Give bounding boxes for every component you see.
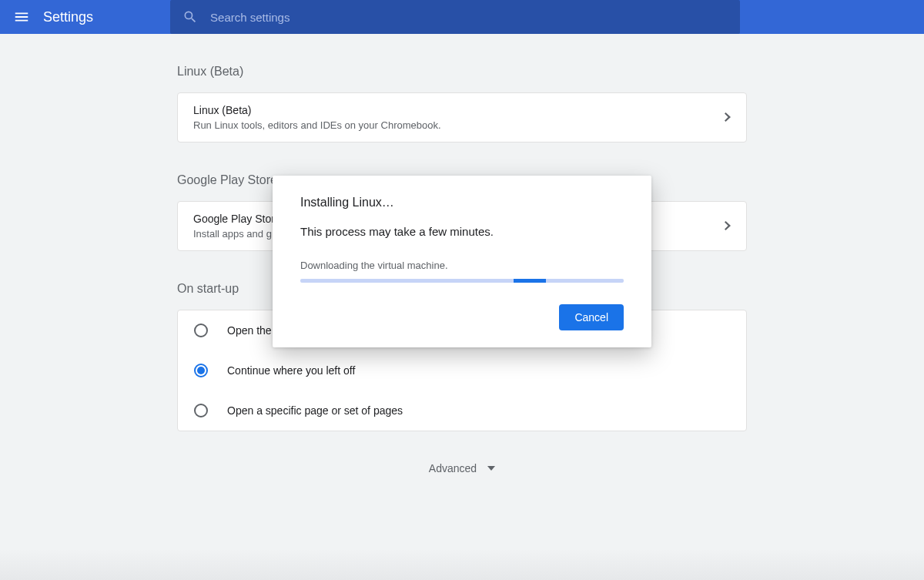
- radio-icon: [193, 363, 209, 378]
- playstore-row-subtitle: Install apps and g: [193, 228, 281, 240]
- app-header: Settings: [0, 0, 924, 34]
- search-bar[interactable]: [170, 0, 740, 34]
- radio-icon: [193, 403, 209, 418]
- section-heading-linux: Linux (Beta): [177, 65, 747, 79]
- install-linux-dialog: Installing Linux… This process may take …: [273, 176, 651, 347]
- linux-row-subtitle: Run Linux tools, editors and IDEs on you…: [193, 119, 441, 131]
- startup-option-label: Open a specific page or set of pages: [227, 404, 403, 417]
- playstore-row-title: Google Play Store: [193, 213, 281, 225]
- search-input[interactable]: [210, 11, 740, 24]
- startup-option-1[interactable]: Continue where you left off: [178, 350, 746, 391]
- dialog-status: Downloading the virtual machine.: [300, 260, 624, 271]
- search-icon: [182, 9, 198, 25]
- startup-option-label: Continue where you left off: [227, 364, 355, 377]
- app-title: Settings: [43, 9, 93, 25]
- linux-row-title: Linux (Beta): [193, 104, 441, 116]
- chevron-down-icon: [487, 466, 495, 471]
- dialog-actions: Cancel: [300, 304, 624, 330]
- linux-row-text: Linux (Beta) Run Linux tools, editors an…: [193, 104, 441, 131]
- advanced-label: Advanced: [429, 462, 477, 474]
- playstore-row-text: Google Play Store Install apps and g: [193, 213, 281, 240]
- dialog-message: This process may take a few minutes.: [300, 225, 624, 238]
- linux-row[interactable]: Linux (Beta) Run Linux tools, editors an…: [178, 93, 746, 142]
- linux-card: Linux (Beta) Run Linux tools, editors an…: [177, 92, 747, 142]
- chevron-right-icon: [725, 220, 731, 233]
- radio-icon: [193, 323, 209, 338]
- dialog-title: Installing Linux…: [300, 196, 624, 210]
- startup-option-2[interactable]: Open a specific page or set of pages: [178, 391, 746, 431]
- cancel-button[interactable]: Cancel: [559, 304, 624, 330]
- progress-bar: [300, 279, 624, 283]
- advanced-toggle[interactable]: Advanced: [177, 462, 747, 474]
- menu-button[interactable]: [11, 6, 32, 28]
- hamburger-icon: [13, 8, 30, 25]
- chevron-right-icon: [725, 111, 731, 125]
- bottom-fade: [0, 549, 924, 580]
- progress-indicator: [514, 279, 546, 283]
